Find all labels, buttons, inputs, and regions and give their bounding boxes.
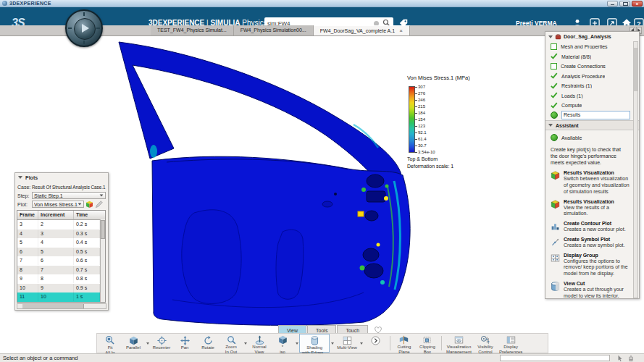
assistant-header[interactable]: Assistant bbox=[545, 120, 639, 130]
frame-cell: 0.9 s bbox=[74, 284, 100, 292]
assistant-item-view-cut[interactable]: View CutCreates a cut through your model… bbox=[545, 278, 639, 298]
fit-all-in-button[interactable]: Fit All In bbox=[99, 334, 122, 353]
checklist-item-mesh-and-properties[interactable]: Mesh and Properties bbox=[545, 42, 639, 52]
minimize-button[interactable] bbox=[607, 1, 618, 7]
frame-cell: 0.4 s bbox=[74, 238, 100, 247]
frames-table-hscrollbar[interactable] bbox=[17, 303, 106, 309]
assistant-item-create-symbol-plot[interactable]: Create Symbol PlotCreates a new symbol p… bbox=[545, 234, 639, 250]
assistant-item-title[interactable]: View Cut bbox=[564, 281, 630, 286]
toolbar-button-label: Multi-View bbox=[337, 345, 357, 350]
pan-button[interactable]: Pan bbox=[173, 334, 196, 353]
checklist-item-analysis-procedure[interactable]: Analysis Procedure bbox=[545, 72, 639, 82]
checklist-item-compute[interactable]: Compute bbox=[545, 101, 639, 111]
frame-row-5[interactable]: 540.4 s bbox=[17, 238, 101, 248]
check-icon bbox=[551, 72, 558, 80]
pin-icon bbox=[255, 335, 264, 345]
checklist-item-create-connections[interactable]: Create Connections bbox=[545, 62, 639, 72]
step-select[interactable]: Static Step.1 bbox=[32, 192, 106, 199]
normal-view-button[interactable]: Normal View bbox=[248, 334, 271, 353]
frame-cell: 2 bbox=[38, 220, 74, 229]
assistant-item-title[interactable]: Create Symbol Plot bbox=[564, 237, 624, 242]
compass-play-icon[interactable] bbox=[82, 24, 89, 33]
doc-tab-test-fw4-physics-simulat[interactable]: TEST_FW4_Physics Simulat... bbox=[151, 25, 234, 35]
3dexperience-compass[interactable] bbox=[65, 9, 103, 47]
assistant-scrollbar[interactable] bbox=[633, 41, 638, 298]
chevron-down-icon[interactable] bbox=[294, 342, 299, 345]
cutting-plane-button[interactable]: Cutting Plane bbox=[393, 334, 416, 353]
expand-button[interactable] bbox=[364, 334, 388, 353]
legend-title: Von Mises Stress.1 (MPa) bbox=[407, 75, 498, 81]
checklist-item-results[interactable]: Results bbox=[545, 111, 639, 121]
door-model[interactable] bbox=[109, 38, 413, 327]
assistant-robot-icon[interactable] bbox=[627, 355, 635, 362]
maximize-button[interactable] bbox=[619, 1, 630, 7]
frame-cell: 8 bbox=[17, 266, 38, 274]
doc-tab-fw4-doorsag-va-complete-a-1[interactable]: FW4_DoorSag_VA_complete A.1× bbox=[314, 25, 410, 35]
checklist-label[interactable]: Results bbox=[561, 111, 630, 119]
plots-panel-header[interactable]: Plots bbox=[15, 173, 108, 182]
checklist-item-restraints-1[interactable]: Restraints (1) bbox=[545, 81, 639, 91]
command-input[interactable] bbox=[500, 355, 610, 361]
checklist-item-loads-1[interactable]: Loads (1) bbox=[545, 91, 639, 101]
recenter-button[interactable]: Recenter bbox=[150, 334, 173, 353]
parallel-button[interactable]: Parallel bbox=[122, 334, 145, 353]
assistant-item-title[interactable]: Results Visualization bbox=[564, 170, 630, 175]
frame-row-4[interactable]: 430.3 s bbox=[17, 230, 101, 239]
assistant-item-results-visualization[interactable]: Results VisualizationSwitch between visu… bbox=[545, 167, 639, 195]
zoom-in-out-button[interactable]: Zoom In Out bbox=[219, 334, 243, 353]
legend-tick: 215 bbox=[418, 104, 425, 109]
clipping-box-button[interactable]: Clipping Box bbox=[416, 334, 439, 353]
assistant-item-results-visualization[interactable]: Results VisualizationView the results of… bbox=[545, 196, 639, 219]
close-tab-icon[interactable]: × bbox=[399, 27, 403, 35]
analysis-panel-header[interactable]: Door_Sag_Analysis bbox=[545, 32, 639, 41]
legend-tick: 307 bbox=[418, 85, 425, 89]
checklist-item-material-8-8[interactable]: Material (8/8) bbox=[545, 52, 639, 62]
chevron-down-icon[interactable] bbox=[243, 342, 248, 345]
visibility-control-button[interactable]: Visibility Control bbox=[474, 334, 497, 353]
chevron-down-icon[interactable] bbox=[145, 342, 150, 345]
frame-cell: 10 bbox=[17, 284, 38, 292]
doc-tab-fw4-physics-simulation00[interactable]: FW4_Physics Simulation00... bbox=[234, 25, 314, 35]
display-group-icon bbox=[551, 253, 561, 277]
assistant-item-title[interactable]: Results Visualization bbox=[564, 199, 630, 204]
frame-cell: 6 bbox=[17, 248, 38, 256]
frame-row-10[interactable]: 1090.9 s bbox=[17, 284, 101, 293]
pending-square-icon bbox=[551, 43, 557, 50]
legend-tick: 154 bbox=[418, 117, 425, 122]
frames-col-frame[interactable]: Frame bbox=[17, 211, 38, 219]
contour-options-icon[interactable] bbox=[85, 201, 93, 209]
collapse-arrow-icon[interactable] bbox=[548, 35, 553, 38]
rotate-button[interactable]: Rotate bbox=[196, 334, 219, 353]
assistant-intro: Create key plot(s) to check that the doo… bbox=[545, 143, 639, 167]
edit-plot-icon[interactable] bbox=[95, 201, 103, 209]
assistant-item-display-group[interactable]: Display GroupConfigures the options to r… bbox=[545, 250, 639, 278]
close-button[interactable]: x bbox=[632, 1, 643, 7]
display-preferences-button[interactable]: Display Preferences bbox=[497, 334, 524, 353]
frame-row-6[interactable]: 650.5 s bbox=[17, 248, 101, 257]
assistant-item-create-contour-plot[interactable]: Create Contour PlotCreates a new contour… bbox=[545, 218, 639, 234]
plot-select[interactable]: Von Mises Stress.1 bbox=[32, 201, 84, 208]
shading-with-edges-button[interactable]: Shading with Edges... bbox=[299, 334, 330, 353]
legend-tick: 246 bbox=[418, 98, 425, 102]
frame-row-11[interactable]: 11101 s bbox=[17, 292, 101, 302]
chevron-down-icon[interactable] bbox=[359, 342, 364, 345]
cursor-select-icon[interactable] bbox=[616, 355, 624, 362]
frames-col-time[interactable]: Time bbox=[74, 211, 100, 219]
assistant-item-title[interactable]: Create Contour Plot bbox=[564, 221, 626, 226]
frame-row-9[interactable]: 980.8 s bbox=[17, 274, 101, 284]
legend-tick: 30.7 bbox=[418, 143, 427, 148]
frame-row-3[interactable]: 320.2 s bbox=[17, 220, 101, 230]
frame-row-8[interactable]: 870.7 s bbox=[17, 266, 101, 275]
multi-view-button[interactable]: Multi-View bbox=[335, 334, 359, 353]
collapse-arrow-icon[interactable] bbox=[18, 176, 22, 179]
frames-table-vscrollbar[interactable] bbox=[100, 219, 105, 302]
chevron-down-icon[interactable] bbox=[330, 342, 335, 345]
assistant-item-title[interactable]: Display Group bbox=[564, 253, 630, 258]
frames-col-increment[interactable]: Increment bbox=[38, 211, 74, 219]
frame-cell: 3 bbox=[38, 230, 74, 238]
vismgmt-icon bbox=[454, 335, 464, 345]
collapse-arrow-icon[interactable] bbox=[548, 124, 553, 127]
iso-button[interactable]: * iso bbox=[271, 334, 294, 353]
frame-row-7[interactable]: 760.6 s bbox=[17, 256, 101, 266]
visualization-management-button[interactable]: Visualization Management bbox=[444, 334, 474, 353]
